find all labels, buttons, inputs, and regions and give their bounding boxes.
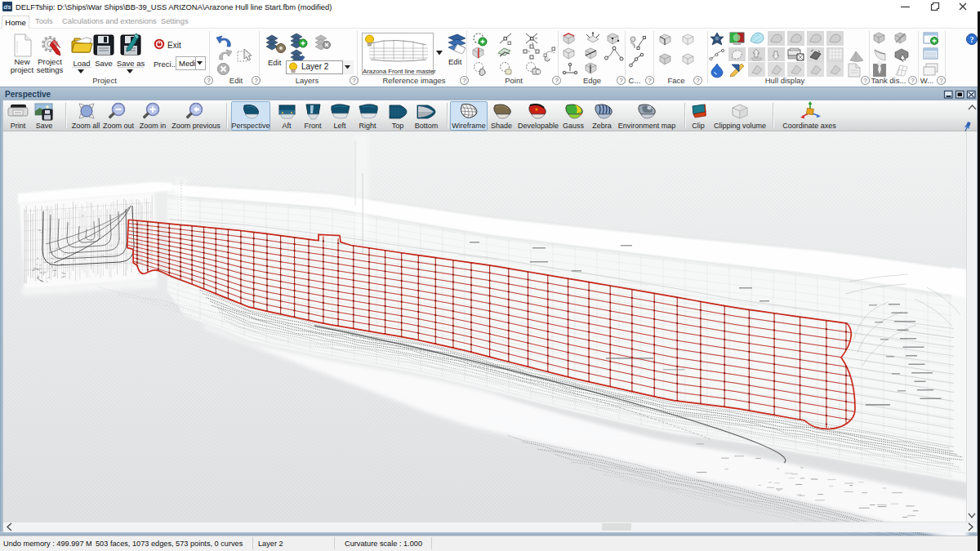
svg-text:ds: ds (3, 3, 11, 11)
svg-text:?: ? (970, 35, 974, 44)
